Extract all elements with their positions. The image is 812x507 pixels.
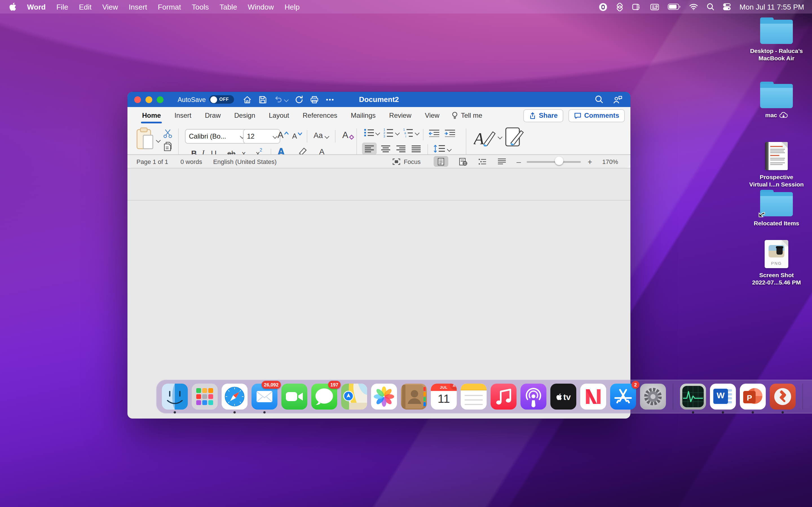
- focus-button[interactable]: Focus: [393, 155, 421, 168]
- dock-app-mail[interactable]: 26,092: [252, 384, 277, 409]
- desktop-icon-relocated-items[interactable]: Relocated Items: [734, 193, 812, 227]
- print-icon[interactable]: [310, 96, 319, 103]
- tab-view[interactable]: View: [425, 108, 440, 123]
- zoom-slider-track[interactable]: [527, 161, 581, 163]
- dock-app-photos[interactable]: [371, 384, 397, 409]
- save-icon[interactable]: [259, 96, 267, 103]
- wifi-icon[interactable]: [689, 3, 698, 10]
- desktop-icon-desktop-folder[interactable]: Desktop - Raluca’sMacBook Air: [734, 20, 812, 62]
- tab-mailings[interactable]: Mailings: [351, 108, 375, 123]
- styles-pane-button[interactable]: [505, 127, 524, 150]
- menu-item-insert[interactable]: Insert: [129, 3, 147, 11]
- feedback-person-icon[interactable]: [613, 95, 622, 104]
- numbered-list-button[interactable]: 123: [384, 128, 394, 138]
- menu-item-table[interactable]: Table: [220, 3, 237, 11]
- dock-app-remote-desktop[interactable]: [770, 384, 796, 409]
- dock-app-contacts[interactable]: [401, 384, 427, 409]
- dock-app-finder[interactable]: [162, 384, 188, 409]
- styles-chevron-icon[interactable]: [498, 135, 502, 139]
- dock-app-facetime[interactable]: [282, 384, 307, 409]
- print-layout-view-button[interactable]: [434, 156, 448, 167]
- bullet-list-chevron-icon[interactable]: [375, 131, 380, 135]
- tab-design[interactable]: Design: [234, 108, 255, 123]
- align-right-button[interactable]: [396, 145, 405, 154]
- dock-app-activity-monitor[interactable]: [680, 384, 706, 409]
- line-spacing-button[interactable]: [434, 144, 445, 154]
- font-name-select[interactable]: Calibri (Bo...: [185, 129, 248, 144]
- dock-item-docx-file[interactable]: DOCX: [810, 384, 812, 409]
- draft-view-button[interactable]: [495, 156, 509, 167]
- more-toolbar-icon[interactable]: [326, 98, 334, 101]
- menu-app-name[interactable]: Word: [27, 3, 46, 11]
- document-area[interactable]: [128, 200, 630, 201]
- numbered-list-chevron-icon[interactable]: [395, 131, 400, 135]
- web-layout-view-button[interactable]: [456, 156, 470, 167]
- zoom-out-button[interactable]: –: [516, 155, 521, 168]
- menu-item-edit[interactable]: Edit: [79, 3, 92, 11]
- search-icon[interactable]: [595, 95, 603, 104]
- desktop-icon-mac-folder[interactable]: mac: [734, 84, 812, 119]
- dock-app-podcasts[interactable]: [520, 384, 546, 409]
- dock-app-news[interactable]: [580, 384, 606, 409]
- copy-icon[interactable]: [163, 142, 172, 153]
- close-button[interactable]: [134, 96, 141, 103]
- language-status[interactable]: English (United States): [213, 155, 276, 168]
- dock-app-messages[interactable]: 197: [311, 384, 337, 409]
- line-spacing-chevron-icon[interactable]: [447, 147, 452, 152]
- menu-bar-clock[interactable]: Mon Jul 11 7:55 PM: [740, 3, 804, 11]
- desktop-icon-prospective-doc[interactable]: ProspectiveVirtual I...n Session: [734, 142, 812, 188]
- dock-app-notes[interactable]: [461, 384, 487, 409]
- autosave-toggle[interactable]: OFF: [209, 95, 234, 104]
- bullet-list-button[interactable]: [364, 128, 374, 138]
- desktop-icon-screenshot-png[interactable]: PNG Screen Shot2022-07...5.46 PM: [734, 240, 812, 286]
- outline-view-button[interactable]: [475, 156, 490, 167]
- dock-app-word[interactable]: W: [710, 384, 736, 409]
- dock-app-calendar[interactable]: 12 JUL 11: [431, 384, 457, 409]
- zoom-in-button[interactable]: +: [588, 155, 592, 168]
- shrink-font-button[interactable]: A: [292, 132, 302, 140]
- tab-draw[interactable]: Draw: [205, 108, 221, 123]
- align-left-button[interactable]: [365, 145, 374, 154]
- change-case-button[interactable]: Aa: [313, 131, 328, 140]
- multilevel-list-chevron-icon[interactable]: [415, 131, 419, 135]
- tell-me-button[interactable]: Tell me: [452, 111, 483, 120]
- screen-record-indicator-icon[interactable]: [599, 3, 608, 11]
- tab-home[interactable]: Home: [142, 108, 161, 123]
- font-size-select[interactable]: 12: [243, 129, 280, 144]
- menu-item-window[interactable]: Window: [248, 3, 274, 11]
- redo-icon[interactable]: [295, 95, 303, 104]
- home-icon[interactable]: [243, 96, 252, 103]
- dock-app-music[interactable]: [491, 384, 516, 409]
- multilevel-list-button[interactable]: 1ai: [403, 128, 413, 138]
- increase-indent-button[interactable]: [444, 129, 456, 138]
- paste-dropdown-chevron-icon[interactable]: [156, 138, 161, 143]
- tab-insert[interactable]: Insert: [174, 108, 192, 123]
- word-count-status[interactable]: 0 words: [181, 155, 202, 168]
- apple-menu-icon[interactable]: [9, 2, 16, 11]
- window-titlebar[interactable]: AutoSave OFF: [128, 92, 630, 107]
- tab-references[interactable]: References: [303, 108, 338, 123]
- tab-layout[interactable]: Layout: [269, 108, 289, 123]
- comments-button[interactable]: Comments: [568, 109, 625, 122]
- align-center-button[interactable]: [381, 145, 390, 154]
- display-sidecar-icon[interactable]: [632, 3, 642, 10]
- share-button[interactable]: Share: [523, 109, 563, 122]
- undo-icon[interactable]: [274, 96, 282, 103]
- zoom-button[interactable]: [157, 96, 163, 103]
- zoom-percent[interactable]: 170%: [602, 155, 618, 168]
- justify-button[interactable]: [412, 145, 421, 154]
- clear-formatting-button[interactable]: A: [342, 130, 354, 140]
- dock-app-launchpad[interactable]: [192, 384, 218, 409]
- dock-app-maps[interactable]: [341, 384, 367, 409]
- menu-item-format[interactable]: Format: [158, 3, 181, 11]
- keyboard-input-icon[interactable]: [651, 3, 659, 10]
- menu-item-tools[interactable]: Tools: [192, 3, 209, 11]
- dock-app-tv[interactable]: tv: [550, 384, 576, 409]
- dock-app-appstore[interactable]: 2: [610, 384, 636, 409]
- undo-dropdown-chevron-icon[interactable]: [284, 97, 289, 102]
- cut-icon[interactable]: [163, 129, 172, 140]
- menu-item-help[interactable]: Help: [285, 3, 300, 11]
- battery-icon[interactable]: [668, 3, 681, 10]
- page-count-status[interactable]: Page 1 of 1: [137, 155, 168, 168]
- paste-button[interactable]: [136, 127, 155, 154]
